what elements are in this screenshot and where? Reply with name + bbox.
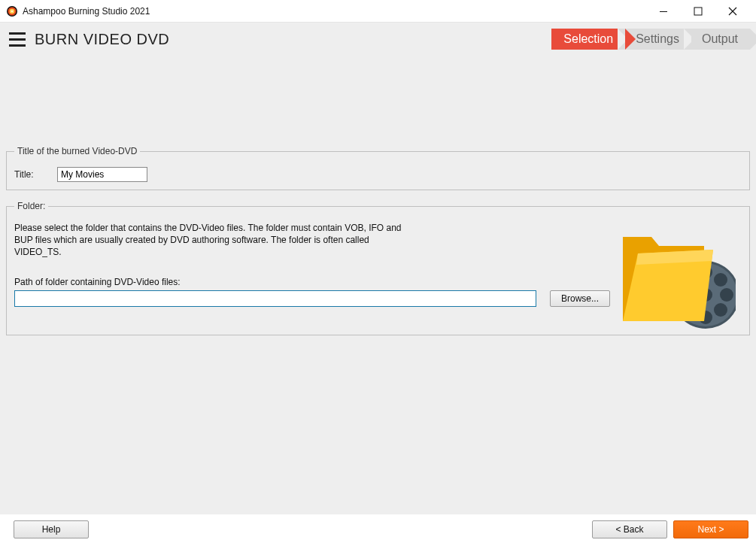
menu-icon[interactable] <box>6 28 29 50</box>
folder-group: Folder: Please select the folder that co… <box>6 201 750 335</box>
header-bar: BURN VIDEO DVD Selection Settings Output <box>0 23 756 56</box>
next-button[interactable]: Next > <box>673 520 748 538</box>
folder-group-legend: Folder: <box>14 201 48 211</box>
svg-point-12 <box>720 288 733 302</box>
title-group-legend: Title of the burned Video-DVD <box>14 146 140 156</box>
content-area: Title of the burned Video-DVD Title: Fol… <box>0 56 756 514</box>
svg-point-14 <box>714 273 727 287</box>
maximize-button[interactable] <box>681 0 715 23</box>
svg-point-3 <box>11 10 14 12</box>
window-title: Ashampoo Burning Studio 2021 <box>23 6 150 17</box>
svg-rect-4 <box>660 11 667 12</box>
title-group: Title of the burned Video-DVD Title: <box>6 146 750 190</box>
app-icon <box>6 5 18 17</box>
step-selection[interactable]: Selection <box>551 29 625 50</box>
title-label: Title: <box>14 169 48 180</box>
close-button[interactable] <box>715 0 750 23</box>
browse-button[interactable]: Browse... <box>550 290 610 307</box>
title-input[interactable] <box>57 167 147 182</box>
title-bar: Ashampoo Burning Studio 2021 <box>0 0 756 23</box>
footer-bar: Help < Back Next > <box>0 514 756 546</box>
help-button[interactable]: Help <box>14 520 89 538</box>
folder-movie-icon <box>615 223 736 332</box>
minimize-button[interactable] <box>646 0 681 23</box>
step-breadcrumb: Selection Settings Output <box>551 23 750 56</box>
path-label: Path of folder containing DVD-Video file… <box>14 277 610 287</box>
svg-rect-5 <box>694 8 702 15</box>
back-button[interactable]: < Back <box>592 520 667 538</box>
svg-point-16 <box>714 303 727 317</box>
path-input[interactable] <box>14 290 536 307</box>
folder-description: Please select the folder that contains t… <box>14 222 405 259</box>
page-title: BURN VIDEO DVD <box>35 31 169 48</box>
